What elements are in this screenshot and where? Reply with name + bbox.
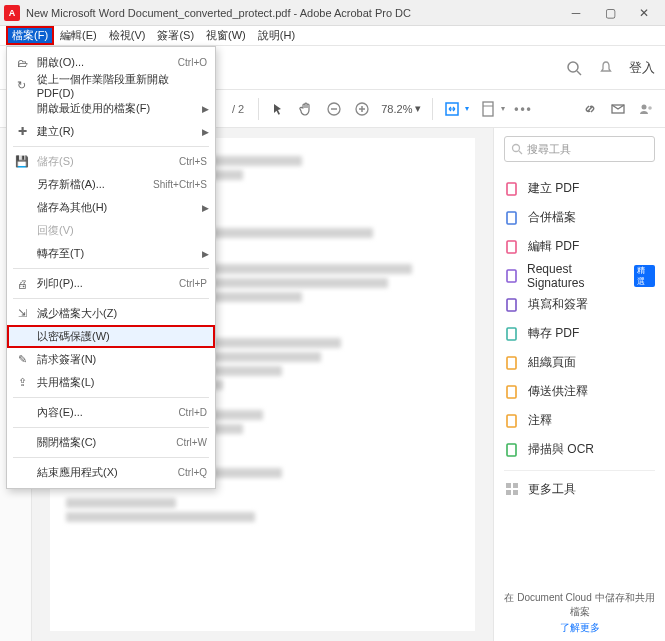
tool-label: 建立 PDF: [528, 180, 579, 197]
tool-item-3[interactable]: Request Signatures精選: [504, 261, 655, 290]
create-icon: ✚: [13, 124, 31, 140]
tool-item-8[interactable]: 注釋: [504, 406, 655, 435]
svg-rect-22: [507, 386, 516, 398]
menu-password-protect[interactable]: 以密碼保護(W): [7, 325, 215, 348]
menu-create[interactable]: ✚建立(R)▶: [7, 120, 215, 143]
menu-recent[interactable]: 開啟最近使用的檔案(F)▶: [7, 97, 215, 120]
tool-item-6[interactable]: 組織頁面: [504, 348, 655, 377]
menu-open[interactable]: 🗁開啟(O)...Ctrl+O: [7, 51, 215, 74]
tool-icon: [504, 442, 520, 458]
menu-help[interactable]: 說明(H): [252, 26, 301, 45]
menu-exit[interactable]: 結束應用程式(X)Ctrl+Q: [7, 461, 215, 484]
zoom-out-icon[interactable]: [325, 100, 343, 118]
tool-label: 合併檔案: [528, 209, 576, 226]
cloud-learn-more-link[interactable]: 了解更多: [504, 621, 655, 635]
tools-panel: 搜尋工具 建立 PDF合併檔案編輯 PDFRequest Signatures精…: [493, 128, 665, 641]
save-icon: 💾: [13, 154, 31, 170]
page-display-icon[interactable]: [479, 100, 497, 118]
tool-icon: [504, 210, 520, 226]
tool-label: 轉存 PDF: [528, 325, 579, 342]
svg-rect-23: [507, 415, 516, 427]
menu-file[interactable]: 檔案(F): [6, 26, 54, 45]
tool-icon: [504, 355, 520, 371]
tool-icon: [504, 297, 520, 313]
open-folder-icon: 🗁: [13, 55, 31, 71]
svg-rect-20: [507, 328, 516, 340]
tool-icon: [504, 268, 519, 284]
tool-item-1[interactable]: 合併檔案: [504, 203, 655, 232]
tool-item-9[interactable]: 掃描與 OCR: [504, 435, 655, 464]
people-icon[interactable]: [637, 100, 655, 118]
menu-reduce-size[interactable]: ⇲減少檔案大小(Z): [7, 302, 215, 325]
menu-export-to[interactable]: 轉存至(T)▶: [7, 242, 215, 265]
tool-icon: [504, 181, 520, 197]
tool-item-4[interactable]: 填寫和簽署: [504, 290, 655, 319]
menu-sign[interactable]: 簽署(S): [151, 26, 200, 45]
svg-rect-17: [507, 241, 516, 253]
svg-point-11: [642, 104, 647, 109]
more-icon[interactable]: •••: [515, 100, 533, 118]
svg-rect-15: [507, 183, 516, 195]
minimize-button[interactable]: ─: [559, 2, 593, 24]
menubar: 檔案(F) 編輯(E) 檢視(V) 簽署(S) 視窗(W) 說明(H): [0, 26, 665, 46]
svg-line-1: [577, 71, 581, 75]
tool-icon: [504, 384, 520, 400]
menu-request-sign[interactable]: ✎請求簽署(N): [7, 348, 215, 371]
svg-rect-19: [507, 299, 516, 311]
zoom-in-icon[interactable]: [353, 100, 371, 118]
menu-saveas[interactable]: 另存新檔(A)...Shift+Ctrl+S: [7, 173, 215, 196]
menu-close-file[interactable]: 關閉檔案(C)Ctrl+W: [7, 431, 215, 454]
svg-rect-8: [483, 102, 493, 116]
more-tools-label: 更多工具: [528, 481, 576, 498]
tool-label: 注釋: [528, 412, 552, 429]
reduce-icon: ⇲: [13, 306, 31, 322]
menu-edit[interactable]: 編輯(E): [54, 26, 103, 45]
fit-width-icon[interactable]: [443, 100, 461, 118]
tool-badge: 精選: [634, 265, 655, 287]
menu-save-other[interactable]: 儲存為其他(H)▶: [7, 196, 215, 219]
tool-label: 編輯 PDF: [528, 238, 579, 255]
close-button[interactable]: ✕: [627, 2, 661, 24]
login-button[interactable]: 登入: [629, 59, 655, 77]
window-titlebar: A New Microsoft Word Document_converted_…: [0, 0, 665, 26]
hand-icon[interactable]: [297, 100, 315, 118]
link-icon[interactable]: [581, 100, 599, 118]
search-icon[interactable]: [565, 59, 583, 77]
mail-icon[interactable]: [609, 100, 627, 118]
svg-rect-25: [506, 483, 511, 488]
menu-share[interactable]: ⇪共用檔案(L): [7, 371, 215, 394]
pointer-icon[interactable]: [269, 100, 287, 118]
reopen-icon: ↻: [13, 78, 31, 94]
menu-window[interactable]: 視窗(W): [200, 26, 252, 45]
share-icon: ⇪: [13, 375, 31, 391]
search-placeholder: 搜尋工具: [527, 142, 571, 157]
tool-icon: [504, 413, 520, 429]
tool-item-0[interactable]: 建立 PDF: [504, 174, 655, 203]
maximize-button[interactable]: ▢: [593, 2, 627, 24]
print-icon: 🖨: [13, 276, 31, 292]
menu-properties[interactable]: 內容(E)...Ctrl+D: [7, 401, 215, 424]
tool-label: 傳送供注釋: [528, 383, 588, 400]
more-tools[interactable]: 更多工具: [504, 470, 655, 499]
file-menu-dropdown: 🗁開啟(O)...Ctrl+O ↻從上一個作業階段重新開啟 PDF(D) 開啟最…: [6, 46, 216, 489]
zoom-level[interactable]: 78.2% ▾: [381, 102, 421, 115]
tool-item-2[interactable]: 編輯 PDF: [504, 232, 655, 261]
tool-item-7[interactable]: 傳送供注釋: [504, 377, 655, 406]
tool-label: 掃描與 OCR: [528, 441, 594, 458]
submenu-arrow-icon: ▶: [202, 104, 209, 114]
submenu-arrow-icon: ▶: [202, 249, 209, 259]
menu-reopen-pdf[interactable]: ↻從上一個作業階段重新開啟 PDF(D): [7, 74, 215, 97]
window-title: New Microsoft Word Document_converted_pr…: [26, 7, 559, 19]
tool-label: 組織頁面: [528, 354, 576, 371]
cloud-note: 在 Document Cloud 中儲存和共用檔案: [504, 585, 655, 621]
tool-item-5[interactable]: 轉存 PDF: [504, 319, 655, 348]
page-indicator: / 2: [232, 103, 244, 115]
svg-rect-27: [506, 490, 511, 495]
menu-view[interactable]: 檢視(V): [103, 26, 152, 45]
menu-print[interactable]: 🖨列印(P)...Ctrl+P: [7, 272, 215, 295]
svg-point-13: [513, 145, 520, 152]
search-tools-input[interactable]: 搜尋工具: [504, 136, 655, 162]
bell-icon[interactable]: [597, 59, 615, 77]
svg-rect-18: [507, 270, 516, 282]
tool-icon: [504, 326, 520, 342]
